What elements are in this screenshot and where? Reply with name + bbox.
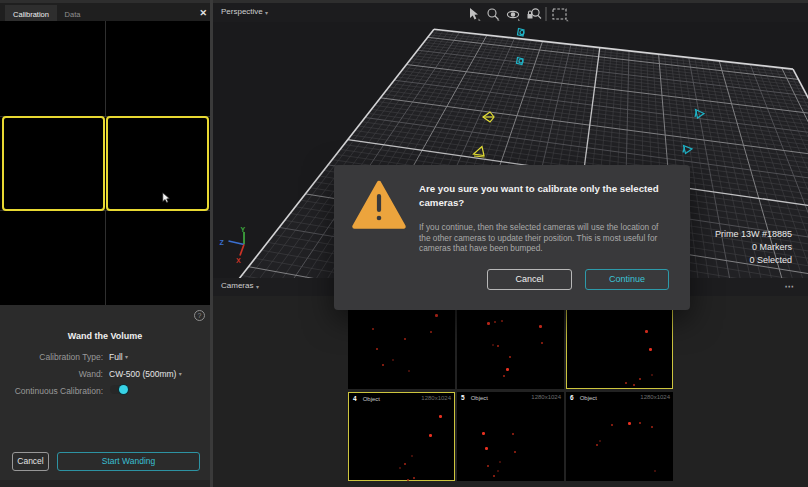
- svg-text:Y: Y: [241, 226, 246, 233]
- svg-text:Z: Z: [220, 239, 225, 246]
- svg-text:X: X: [236, 257, 241, 264]
